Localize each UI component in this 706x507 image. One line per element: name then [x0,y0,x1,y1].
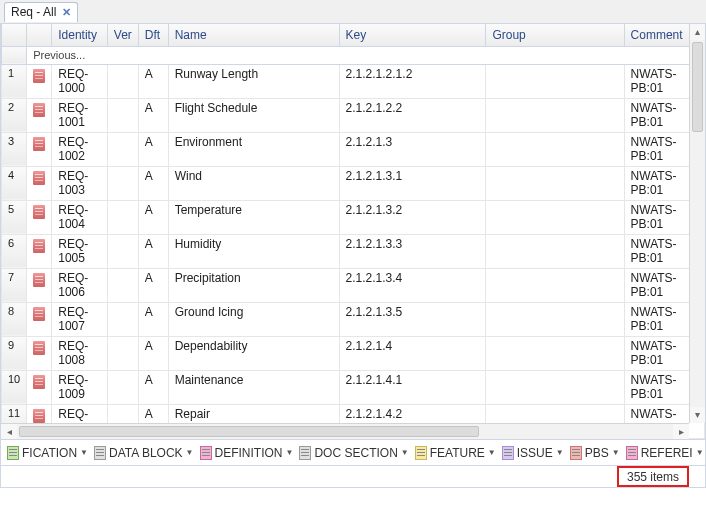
document-icon [33,341,45,355]
cell-group [486,370,624,404]
header-row: Identity Ver Dft Name Key Group Comment [2,24,705,46]
close-icon[interactable]: ✕ [62,7,71,18]
toolbar-feature[interactable]: FEATURE▼ [413,446,498,460]
cell-dft: A [138,336,168,370]
scroll-up-icon[interactable]: ▴ [690,24,705,40]
horizontal-scrollbar[interactable]: ◂ ▸ [1,423,689,439]
cell-ver [107,336,138,370]
row-icon-cell [27,132,52,166]
toolbar-definition[interactable]: DEFINITION▼ [198,446,296,460]
cell-dft: A [138,64,168,98]
table-row[interactable]: 5REQ-1004ATemperature2.1.2.1.3.2NWATS-PB… [2,200,705,234]
toolbar-label: FICATION [22,446,77,460]
col-ver[interactable]: Ver [107,24,138,46]
chevron-down-icon[interactable]: ▼ [556,448,564,457]
chevron-down-icon[interactable]: ▼ [401,448,409,457]
cell-group [486,336,624,370]
col-icon[interactable] [27,24,52,46]
table-row[interactable]: 2REQ-1001AFlight Schedule2.1.2.1.2.2NWAT… [2,98,705,132]
toolbar-label: PBS [585,446,609,460]
cell-key: 2.1.2.1.3.2 [339,200,486,234]
toolbar-doc-section[interactable]: DOC SECTION▼ [297,446,410,460]
scroll-left-icon[interactable]: ◂ [1,424,17,439]
document-icon [33,69,45,83]
toolbar-label: REFEREI [641,446,693,460]
cell-ver [107,166,138,200]
toolbar-label: DOC SECTION [314,446,397,460]
table-row[interactable]: 1REQ-1000ARunway Length2.1.2.1.2.1.2NWAT… [2,64,705,98]
cell-identity: REQ-1009 [52,370,108,404]
document-icon [33,171,45,185]
chevron-down-icon[interactable]: ▼ [186,448,194,457]
col-identity[interactable]: Identity [52,24,108,46]
col-group[interactable]: Group [486,24,624,46]
cell-identity: REQ-1006 [52,268,108,302]
row-number: 3 [2,132,27,166]
toolbar-issue[interactable]: ISSUE▼ [500,446,566,460]
table-row[interactable]: 4REQ-1003AWind2.1.2.1.3.1NWATS-PB:01 [2,166,705,200]
cell-ver [107,302,138,336]
toolbar-referei[interactable]: REFEREI▼ [624,446,706,460]
scroll-thumb[interactable] [692,42,703,132]
table-row[interactable]: 8REQ-1007AGround Icing2.1.2.1.3.5NWATS-P… [2,302,705,336]
table-row[interactable]: 9REQ-1008ADependability2.1.2.1.4NWATS-PB… [2,336,705,370]
cell-dft: A [138,370,168,404]
cell-key: 2.1.2.1.4.1 [339,370,486,404]
table-row[interactable]: 7REQ-1006APrecipitation2.1.2.1.3.4NWATS-… [2,268,705,302]
cell-dft: A [138,166,168,200]
cell-key: 2.1.2.1.3.4 [339,268,486,302]
tab-bar: Req - All ✕ [0,0,706,24]
document-icon [33,239,45,253]
row-icon-cell [27,200,52,234]
cell-name: Dependability [168,336,339,370]
status-bar: 355 items [0,466,706,488]
cell-identity: REQ-1002 [52,132,108,166]
row-icon-cell [27,336,52,370]
chevron-down-icon[interactable]: ▼ [488,448,496,457]
document-icon [33,103,45,117]
scroll-right-icon[interactable]: ▸ [673,424,689,439]
cell-group [486,234,624,268]
cell-key: 2.1.2.1.3.3 [339,234,486,268]
table-row[interactable]: 3REQ-1002AEnvironment2.1.2.1.3NWATS-PB:0… [2,132,705,166]
cell-key: 2.1.2.1.3.1 [339,166,486,200]
cell-name: Maintenance [168,370,339,404]
cell-dft: A [138,268,168,302]
page-icon [502,446,514,460]
col-dft[interactable]: Dft [138,24,168,46]
col-key[interactable]: Key [339,24,486,46]
col-name[interactable]: Name [168,24,339,46]
toolbar-data-block[interactable]: DATA BLOCK▼ [92,446,196,460]
table-row[interactable]: 6REQ-1005AHumidity2.1.2.1.3.3NWATS-PB:01 [2,234,705,268]
previous-row[interactable]: Previous... [2,46,705,64]
cell-key: 2.1.2.1.4 [339,336,486,370]
row-number: 4 [2,166,27,200]
cell-name: Temperature [168,200,339,234]
tab-label: Req - All [11,5,56,19]
row-icon-cell [27,370,52,404]
chevron-down-icon[interactable]: ▼ [80,448,88,457]
scroll-down-icon[interactable]: ▾ [690,407,705,423]
cell-dft: A [138,132,168,166]
page-icon [415,446,427,460]
toolbar-fication[interactable]: FICATION▼ [5,446,90,460]
row-number: 2 [2,98,27,132]
table-row[interactable]: 10REQ-1009AMaintenance2.1.2.1.4.1NWATS-P… [2,370,705,404]
vertical-scrollbar[interactable]: ▴ ▾ [689,24,705,423]
cell-name: Flight Schedule [168,98,339,132]
chevron-down-icon[interactable]: ▼ [612,448,620,457]
cell-identity: REQ-1001 [52,98,108,132]
chevron-down-icon[interactable]: ▼ [286,448,294,457]
tab-req-all[interactable]: Req - All ✕ [4,2,78,22]
document-icon [33,137,45,151]
page-icon [299,446,311,460]
col-rownum[interactable] [2,24,27,46]
chevron-down-icon[interactable]: ▼ [696,448,704,457]
cell-identity: REQ-1007 [52,302,108,336]
scroll-thumb-h[interactable] [19,426,479,437]
toolbar-pbs[interactable]: PBS▼ [568,446,622,460]
cell-group [486,98,624,132]
cell-identity: REQ-1000 [52,64,108,98]
document-icon [33,307,45,321]
cell-dft: A [138,234,168,268]
